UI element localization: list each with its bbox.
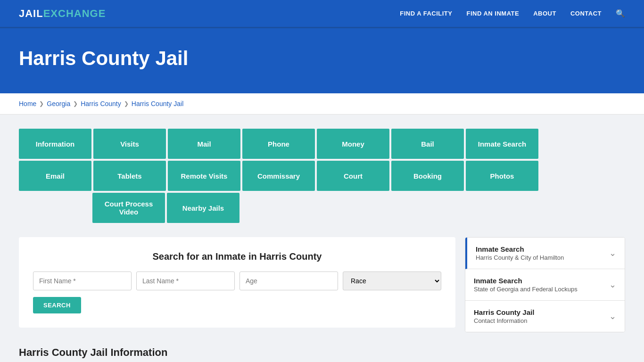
nav-contact[interactable]: CONTACT	[570, 10, 602, 17]
sidebar-text-3: Harris County Jail Contact Information	[474, 308, 534, 324]
search-form-title: Search for an Inmate in Harris County	[33, 251, 441, 262]
tile-grid: Information Visits Mail Phone Money Bail…	[19, 129, 625, 223]
chevron-icon-3: ⌄	[609, 311, 616, 321]
sidebar-title-2: Inmate Search	[474, 277, 578, 285]
header-search-icon[interactable]: 🔍	[616, 9, 625, 18]
site-logo[interactable]: JAIL EXCHANGE	[19, 8, 106, 20]
age-input[interactable]	[239, 272, 338, 290]
tile-visits[interactable]: Visits	[93, 129, 166, 159]
nav-about[interactable]: ABOUT	[533, 10, 556, 17]
nav-find-facility[interactable]: FIND A FACILITY	[400, 10, 452, 17]
site-header: JAIL EXCHANGE FIND A FACILITY FIND AN IN…	[0, 0, 644, 28]
inmate-info-section: Harris County Jail Information	[19, 346, 455, 359]
tile-court-process-video[interactable]: Court Process Video	[92, 193, 165, 223]
breadcrumb-sep-2: ❯	[73, 100, 78, 107]
tile-row-3: Court Process Video Nearby Jails	[92, 193, 239, 223]
breadcrumb-home[interactable]: Home	[19, 100, 36, 107]
page-title: Harris County Jail	[19, 47, 625, 70]
chevron-icon-2: ⌄	[609, 280, 616, 290]
tile-information[interactable]: Information	[19, 129, 91, 159]
form-fields: Race White Black Hispanic Asian Other	[33, 272, 441, 290]
sidebar: Inmate Search Harris County & City of Ha…	[465, 237, 625, 332]
tile-email[interactable]: Email	[19, 161, 91, 191]
content-area: Search for an Inmate in Harris County Ra…	[19, 237, 625, 359]
tile-booking[interactable]: Booking	[391, 161, 464, 191]
tile-phone[interactable]: Phone	[242, 129, 315, 159]
tile-photos[interactable]: Photos	[466, 161, 538, 191]
tile-commissary[interactable]: Commissary	[242, 161, 315, 191]
sidebar-title-1: Inmate Search	[476, 245, 564, 253]
breadcrumb: Home ❯ Georgia ❯ Harris County ❯ Harris …	[0, 93, 644, 115]
search-form-card: Search for an Inmate in Harris County Ra…	[19, 237, 455, 328]
tile-nearby-jails[interactable]: Nearby Jails	[167, 193, 239, 223]
breadcrumb-sep-3: ❯	[124, 100, 129, 107]
tile-tablets[interactable]: Tablets	[93, 161, 166, 191]
race-select[interactable]: Race White Black Hispanic Asian Other	[343, 272, 441, 290]
main-nav: FIND A FACILITY FIND AN INMATE ABOUT CON…	[400, 9, 625, 18]
sidebar-title-3: Harris County Jail	[474, 308, 534, 316]
breadcrumb-harris-county[interactable]: Harris County	[81, 100, 121, 107]
first-name-input[interactable]	[33, 272, 132, 290]
tile-inmate-search[interactable]: Inmate Search	[466, 129, 538, 159]
tile-money[interactable]: Money	[317, 129, 389, 159]
tile-row-2: Email Tablets Remote Visits Commissary C…	[19, 161, 538, 191]
sidebar-subtitle-2: State of Georgia and Federal Lockups	[474, 286, 578, 293]
chevron-icon-1: ⌄	[609, 248, 616, 258]
sidebar-text-2: Inmate Search State of Georgia and Feder…	[474, 277, 578, 293]
nav-find-inmate[interactable]: FIND AN INMATE	[466, 10, 519, 17]
sidebar-item-contact-info[interactable]: Harris County Jail Contact Information ⌄	[465, 301, 625, 332]
main-content: Information Visits Mail Phone Money Bail…	[0, 115, 644, 362]
tile-row-1: Information Visits Mail Phone Money Bail…	[19, 129, 538, 159]
sidebar-item-inmate-search-harris[interactable]: Inmate Search Harris County & City of Ha…	[465, 238, 625, 269]
sidebar-subtitle-3: Contact Information	[474, 317, 534, 324]
tile-mail[interactable]: Mail	[168, 129, 240, 159]
search-button[interactable]: SEARCH	[33, 297, 81, 313]
sidebar-subtitle-1: Harris County & City of Hamilton	[476, 254, 564, 261]
breadcrumb-georgia[interactable]: Georgia	[47, 100, 70, 107]
logo-jail: JAIL	[19, 8, 43, 20]
hero-banner: Harris County Jail	[0, 28, 644, 93]
breadcrumb-sep-1: ❯	[39, 100, 44, 107]
last-name-input[interactable]	[136, 272, 235, 290]
logo-exchange: EXCHANGE	[43, 8, 106, 20]
inmate-info-heading: Harris County Jail Information	[19, 346, 455, 359]
breadcrumb-current: Harris County Jail	[132, 100, 183, 107]
sidebar-item-inmate-search-georgia[interactable]: Inmate Search State of Georgia and Feder…	[465, 269, 625, 301]
tile-court[interactable]: Court	[317, 161, 389, 191]
tile-remote-visits[interactable]: Remote Visits	[168, 161, 240, 191]
tile-bail[interactable]: Bail	[391, 129, 464, 159]
sidebar-text-1: Inmate Search Harris County & City of Ha…	[476, 245, 564, 261]
